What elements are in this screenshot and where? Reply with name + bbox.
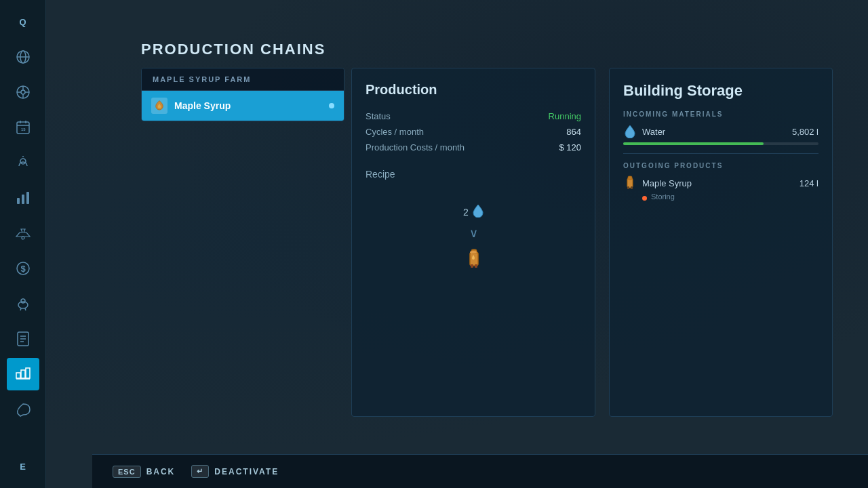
chains-panel-header: MAPLE SYRUP FARM bbox=[142, 68, 344, 91]
storing-status-label: Storing bbox=[651, 192, 675, 201]
recipe-input-count: 2 bbox=[463, 207, 469, 218]
svg-line-25 bbox=[25, 308, 26, 310]
stat-status: Status Running bbox=[366, 111, 581, 121]
panel-chains: MAPLE SYRUP FARM Maple Syrup bbox=[141, 68, 344, 121]
stat-costs: Production Costs / month $ 120 bbox=[366, 142, 581, 152]
sidebar-item-q[interactable]: Q bbox=[7, 5, 39, 38]
chain-item-icon bbox=[151, 98, 167, 114]
maple-syrup-name: Maple Syrup bbox=[642, 178, 794, 188]
chain-item-label: Maple Syrup bbox=[174, 100, 322, 111]
svg-point-14 bbox=[20, 159, 26, 164]
stat-costs-label: Production Costs / month bbox=[366, 142, 465, 152]
page-title: PRODUCTION CHAINS bbox=[141, 41, 326, 58]
svg-rect-30 bbox=[16, 373, 20, 378]
svg-point-19 bbox=[22, 237, 24, 239]
stat-costs-value: $ 120 bbox=[559, 142, 581, 152]
storing-status-dot bbox=[642, 196, 647, 201]
section-divider bbox=[623, 153, 818, 154]
svg-text:15: 15 bbox=[21, 127, 26, 131]
stat-cycles-label: Cycles / month bbox=[366, 127, 424, 137]
enter-key-badge: ↵ bbox=[191, 465, 209, 478]
sidebar-item-help[interactable] bbox=[7, 393, 39, 426]
recipe-output-icon bbox=[461, 246, 486, 270]
deactivate-label: DEACTIVATE bbox=[214, 467, 279, 476]
sidebar-item-weather[interactable] bbox=[7, 146, 39, 179]
stat-status-value: Running bbox=[549, 111, 581, 121]
svg-point-36 bbox=[470, 251, 477, 253]
svg-point-4 bbox=[21, 90, 25, 94]
back-button[interactable]: ESC BACK bbox=[113, 466, 175, 478]
recipe-title: Recipe bbox=[366, 169, 581, 180]
svg-rect-32 bbox=[26, 368, 30, 378]
water-drop-icon bbox=[473, 204, 484, 220]
chain-item-status-dot bbox=[329, 103, 334, 108]
water-progress-fill bbox=[623, 142, 764, 145]
sidebar: Q 15 $ E bbox=[0, 0, 46, 488]
sidebar-item-globe[interactable] bbox=[7, 41, 39, 73]
svg-rect-18 bbox=[26, 192, 29, 204]
outgoing-maple-syrup: Maple Syrup 124 l bbox=[623, 176, 818, 190]
panel-production: Production Status Running Cycles / month… bbox=[351, 68, 595, 417]
sidebar-item-contracts[interactable] bbox=[7, 323, 39, 355]
deactivate-button[interactable]: ↵ DEACTIVATE bbox=[191, 465, 279, 478]
maple-syrup-icon bbox=[623, 176, 637, 190]
sidebar-item-stats[interactable] bbox=[7, 182, 39, 214]
recipe-arrow-icon: ∨ bbox=[469, 226, 478, 241]
outgoing-header: OUTGOING PRODUCTS bbox=[623, 162, 818, 169]
storage-title: Building Storage bbox=[623, 82, 818, 100]
svg-rect-37 bbox=[471, 264, 473, 268]
sidebar-item-farm[interactable] bbox=[7, 217, 39, 249]
svg-rect-40 bbox=[628, 176, 632, 180]
water-material-name: Water bbox=[642, 127, 787, 137]
sidebar-item-calendar[interactable]: 15 bbox=[7, 111, 39, 144]
incoming-header: INCOMING MATERIALS bbox=[623, 110, 818, 118]
panel-storage: Building Storage INCOMING MATERIALS Wate… bbox=[609, 68, 833, 417]
svg-point-23 bbox=[21, 299, 25, 303]
sidebar-item-livestock[interactable] bbox=[7, 287, 39, 320]
main-content: PRODUCTION CHAINS MAPLE SYRUP FARM Maple… bbox=[46, 0, 868, 488]
svg-rect-42 bbox=[631, 186, 633, 189]
bottom-bar: ESC BACK ↵ DEACTIVATE bbox=[92, 454, 868, 488]
water-icon bbox=[623, 125, 637, 138]
incoming-material-water: Water 5,802 l bbox=[623, 125, 818, 138]
svg-line-24 bbox=[20, 308, 21, 310]
stat-status-label: Status bbox=[366, 111, 391, 121]
stat-cycles-value: 864 bbox=[566, 127, 581, 137]
svg-text:$: $ bbox=[20, 264, 26, 274]
chain-item-maple-syrup[interactable]: Maple Syrup bbox=[142, 91, 344, 121]
recipe-input: 2 bbox=[463, 204, 484, 220]
recipe-section: Recipe 2 ∨ bbox=[366, 169, 581, 284]
svg-rect-38 bbox=[475, 264, 477, 268]
production-panel-title: Production bbox=[366, 82, 581, 98]
svg-rect-31 bbox=[21, 370, 25, 378]
sidebar-item-production[interactable] bbox=[7, 358, 39, 390]
water-material-amount: 5,802 l bbox=[792, 127, 818, 137]
svg-rect-41 bbox=[627, 186, 629, 189]
sidebar-item-e[interactable]: E bbox=[7, 450, 39, 483]
recipe-area: 2 ∨ bbox=[366, 190, 581, 284]
water-progress-bar bbox=[623, 142, 818, 145]
esc-key-badge: ESC bbox=[113, 466, 141, 478]
svg-rect-17 bbox=[22, 195, 24, 204]
sidebar-item-wheel[interactable] bbox=[7, 76, 39, 108]
back-label: BACK bbox=[146, 467, 176, 476]
sidebar-item-economy[interactable]: $ bbox=[7, 252, 39, 285]
stat-cycles: Cycles / month 864 bbox=[366, 127, 581, 137]
maple-syrup-amount: 124 l bbox=[800, 178, 818, 188]
svg-rect-16 bbox=[17, 198, 20, 204]
